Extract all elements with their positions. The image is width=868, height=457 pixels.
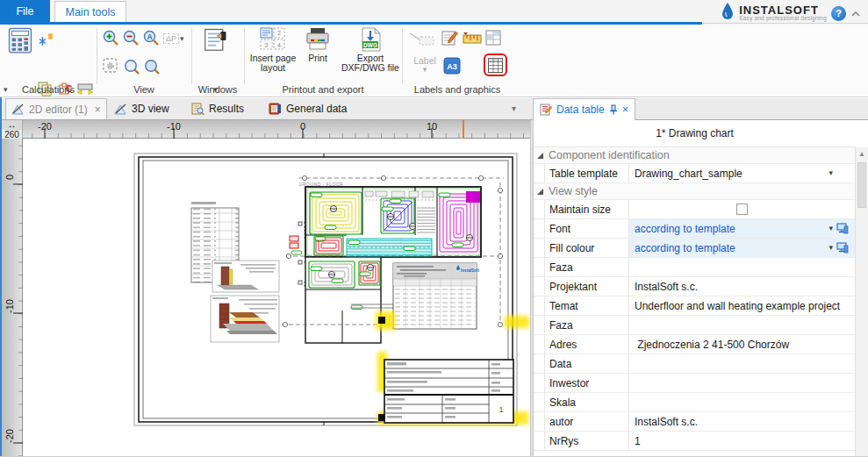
water-drop-logo-icon bbox=[721, 2, 735, 25]
heating-cooling-icon[interactable] bbox=[39, 32, 54, 47]
pin-icon[interactable] bbox=[609, 104, 618, 115]
property-row-fill-colour[interactable]: Fill colour according to template ▾ bbox=[534, 239, 856, 258]
section-view-style[interactable]: View style bbox=[534, 183, 856, 200]
brand-text: INSTALSOFT Easy and professional designi… bbox=[739, 5, 827, 21]
tab-general-data[interactable]: General data bbox=[263, 98, 352, 119]
3d-view-icon bbox=[114, 104, 127, 115]
v-ruler-label: 0 bbox=[4, 164, 15, 190]
selection-handle[interactable] bbox=[378, 317, 385, 324]
svg-text:A: A bbox=[147, 32, 152, 41]
zoom-window-icon[interactable] bbox=[123, 58, 140, 75]
v-ruler-label: -20 bbox=[4, 423, 15, 449]
close-tab-icon[interactable]: × bbox=[95, 104, 101, 116]
cursor-position-marker bbox=[463, 120, 464, 139]
property-row-data[interactable]: Data bbox=[534, 354, 856, 374]
brand-area: INSTALSOFT Easy and professional designi… bbox=[721, 2, 861, 25]
delta-p-caret[interactable]: ▾ bbox=[180, 35, 184, 43]
ribbon-tab-row: File Main tools INSTALSOFT Easy and prof… bbox=[0, 0, 868, 25]
property-row-projektant[interactable]: Projektant InstalSoft s.c. bbox=[534, 277, 856, 296]
h-ruler-label: -10 bbox=[161, 121, 187, 132]
vertical-ruler[interactable]: 0 -10 -20 bbox=[2, 139, 23, 457]
property-row-faza-1[interactable]: Faza bbox=[534, 258, 856, 277]
main-tools-tab[interactable]: Main tools bbox=[54, 1, 126, 23]
svg-text:3: 3 bbox=[265, 42, 269, 48]
group-caption-view: View bbox=[97, 84, 191, 95]
insert-page-layout-button[interactable]: 234 Insert page layout bbox=[247, 27, 298, 73]
expander-icon[interactable] bbox=[537, 153, 543, 159]
floor-detail-view bbox=[211, 296, 279, 342]
property-row-faza-2[interactable]: Faza bbox=[534, 316, 856, 335]
tab-2d-editor[interactable]: 2D editor (1) × bbox=[5, 98, 107, 119]
scroll-up-icon[interactable]: ▲ bbox=[856, 147, 868, 161]
section-component-identification[interactable]: Component identification bbox=[534, 147, 856, 164]
label-button[interactable]: Label ▾ bbox=[409, 56, 441, 74]
dropdown-caret-icon[interactable]: ▾ bbox=[829, 243, 833, 252]
zoom-all-icon[interactable]: A bbox=[142, 29, 160, 46]
dropdown-caret-icon[interactable]: ▾ bbox=[829, 168, 833, 177]
edit-on-screen-icon[interactable] bbox=[836, 223, 849, 237]
help-icon[interactable]: ? bbox=[831, 6, 846, 21]
edit-label-icon[interactable] bbox=[441, 29, 458, 46]
callout-label-icon[interactable] bbox=[409, 32, 435, 47]
print-button[interactable]: Print bbox=[299, 27, 336, 63]
ribbon: ▾ C Calculations A ΔP ▾ bbox=[0, 25, 868, 97]
calculate-button[interactable] bbox=[7, 27, 33, 54]
property-row-skala[interactable]: Skala bbox=[534, 393, 856, 412]
property-row-adres[interactable]: Adres Zjednoczenia 2 41-500 Chorzów bbox=[534, 335, 856, 354]
tab-results[interactable]: Results bbox=[186, 98, 249, 119]
maintain-size-checkbox[interactable] bbox=[736, 204, 748, 215]
dropdown-caret-icon[interactable]: ▾ bbox=[829, 224, 833, 232]
drawing-canvas[interactable]: GROUND - FLOOR bbox=[23, 139, 530, 457]
data-table-panel: 1* Drawing chart Component identificatio… bbox=[533, 120, 868, 457]
selection-handle[interactable] bbox=[378, 414, 385, 421]
tab-3d-view[interactable]: 3D view bbox=[109, 98, 175, 119]
expander-icon[interactable] bbox=[537, 189, 543, 195]
group-caption-printout: Printout and export bbox=[244, 84, 402, 95]
data-table-icon bbox=[540, 104, 552, 116]
file-tab[interactable]: File bbox=[0, 0, 50, 23]
horizontal-resize-icon: ↔ bbox=[8, 120, 17, 130]
h-ruler-label: 10 bbox=[419, 121, 445, 132]
property-row-autor[interactable]: autor InstalSoft s.c. bbox=[534, 412, 856, 432]
panel-scrollbar[interactable]: ▲ bbox=[855, 147, 868, 457]
tab-data-table[interactable]: Data table × bbox=[533, 98, 635, 120]
svg-text:DWG: DWG bbox=[363, 42, 377, 48]
property-row-nrrys[interactable]: NrRys 1 bbox=[534, 432, 856, 451]
zoom-previous-icon[interactable] bbox=[143, 58, 161, 75]
zoom-out-icon[interactable] bbox=[122, 29, 140, 46]
property-row-inwestor[interactable]: Inwestor bbox=[534, 374, 856, 393]
dimension-ruler-icon[interactable] bbox=[463, 32, 482, 46]
delta-p-button[interactable]: ΔP bbox=[163, 33, 179, 44]
collapse-ribbon-icon[interactable] bbox=[850, 5, 861, 21]
2d-editor-icon bbox=[11, 104, 25, 115]
scrollbar-thumb[interactable] bbox=[857, 162, 866, 208]
spec-table-logo: InstalSoft bbox=[461, 268, 479, 273]
export-dxf-dwg-button[interactable]: DWG Export DXF/DWG file bbox=[341, 27, 400, 73]
table-list-icon[interactable] bbox=[484, 29, 502, 46]
page-format-a3-icon[interactable]: A3 bbox=[443, 57, 461, 75]
zoom-in-icon[interactable] bbox=[102, 29, 119, 46]
general-data-icon bbox=[269, 103, 282, 115]
tab-list-caret[interactable]: ▾ bbox=[512, 104, 516, 113]
group-caption-windows: Windows bbox=[191, 84, 244, 95]
windows-icon[interactable] bbox=[202, 27, 228, 54]
sheet-number: 1 bbox=[499, 405, 503, 414]
property-grid: Component identification Table template … bbox=[534, 147, 856, 451]
pan-view-icon[interactable] bbox=[102, 57, 119, 75]
svg-text:A3: A3 bbox=[447, 62, 457, 71]
property-row-temat[interactable]: Temat Underfloor and wall heating exampl… bbox=[534, 296, 856, 316]
document-tab-strip: 2D editor (1) × 3D view Results General … bbox=[0, 98, 868, 120]
property-row-maintain-size[interactable]: Maintain size bbox=[534, 200, 856, 219]
group-caption-calculations: Calculations bbox=[0, 84, 97, 95]
horizontal-ruler[interactable]: -20 -10 0 10 bbox=[23, 120, 530, 139]
property-row-font[interactable]: Font according to template ▾ bbox=[534, 219, 856, 239]
close-panel-icon[interactable]: × bbox=[622, 104, 628, 116]
group-caption-labels: Labels and graphics bbox=[402, 84, 513, 95]
selected-object-header: 1* Drawing chart bbox=[534, 120, 856, 147]
svg-text:4: 4 bbox=[277, 42, 281, 48]
wall-detail-view bbox=[212, 261, 279, 292]
svg-text:2: 2 bbox=[277, 30, 281, 36]
annotation-highlight-ring bbox=[484, 54, 507, 76]
edit-on-screen-icon[interactable] bbox=[836, 242, 849, 256]
property-row-table-template[interactable]: Table template Drawing_chart_sample ▾ bbox=[534, 164, 856, 183]
